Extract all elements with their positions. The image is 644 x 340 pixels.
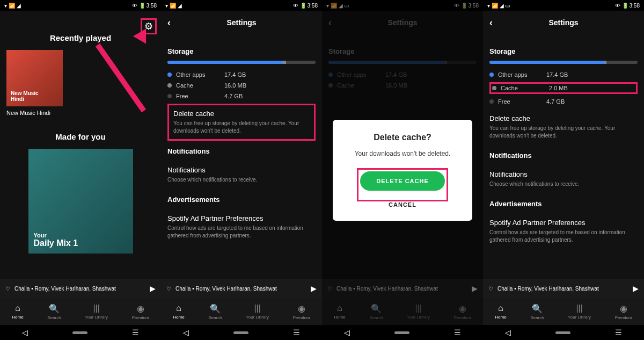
now-playing-bar[interactable]: ♡ Challa • Romy, Vivek Hariharan, Shashw… <box>0 279 161 298</box>
nav-premium[interactable]: ◉Premium <box>132 303 149 320</box>
ads-header: Advertisements <box>167 196 316 204</box>
clock: 3:58 <box>147 3 157 9</box>
ads-item[interactable]: Spotify Ad Partner Preferences Control h… <box>167 209 316 245</box>
settings-gear-icon[interactable]: ⚙ <box>141 18 157 34</box>
heart-icon[interactable]: ♡ <box>5 286 10 292</box>
recent-icon[interactable]: ☰ <box>132 328 139 337</box>
storage-row-free: Free4.7 GB <box>167 93 316 99</box>
play-icon[interactable]: ▶ <box>150 284 156 293</box>
phone-screen-1: ▾ 📶 ◢ 👁 🔋 3:58 ⚙ Recently played New Mus… <box>0 0 161 340</box>
settings-header: ‹ Settings <box>161 11 322 34</box>
daily-mix-card[interactable]: Your Daily Mix 1 <box>28 149 133 254</box>
nav-library[interactable]: |||Your Library <box>85 303 108 320</box>
back-icon[interactable]: ◁ <box>22 328 28 337</box>
album-title: New Music Hindi <box>6 110 63 116</box>
delete-cache-dialog: Delete cache? Your downloads won't be de… <box>333 120 472 221</box>
back-button[interactable]: ‹ <box>167 17 171 28</box>
ads-item[interactable]: Spotify Ad Partner Preferences Control h… <box>489 213 638 249</box>
delete-cache-item[interactable]: Delete cache You can free up storage by … <box>489 109 638 145</box>
cache-row-highlighted: Cache2.0 MB <box>489 82 638 94</box>
cancel-button[interactable]: CANCEL <box>341 201 464 208</box>
notifications-item[interactable]: Notifications Choose which notifications… <box>489 165 638 193</box>
delete-cache-confirm-button[interactable]: DELETE CACHE <box>360 171 445 191</box>
notifications-item[interactable]: Notifications Choose which notifications… <box>167 161 316 189</box>
page-title: Settings <box>226 18 256 27</box>
bottom-nav: ⌂Home 🔍Search |||Your Library ◉Premium <box>0 298 161 325</box>
system-nav: ◁☰ <box>0 325 161 340</box>
phone-screen-3: ▾ 📶 ◢ ▭👁 🔋 3:58 ‹Settings Storage Other … <box>322 0 483 340</box>
storage-row-cache: Cache16.0 MB <box>167 82 316 89</box>
notifications-header: Notifications <box>167 147 316 155</box>
storage-header: Storage <box>167 47 316 55</box>
back-button[interactable]: ‹ <box>489 17 493 28</box>
phone-screen-4: ▾ 📶 ◢ ▭👁 🔋 3:58 ‹Settings Storage Other … <box>483 0 644 340</box>
home-pill[interactable] <box>72 331 87 334</box>
nav-search[interactable]: 🔍Search <box>47 303 61 320</box>
album-card[interactable]: New Music Hindi New Music Hindi <box>6 50 63 116</box>
dialog-title: Delete cache? <box>341 133 464 142</box>
storage-row-other: Other apps17.4 GB <box>167 71 316 78</box>
status-bar: ▾ 📶 ◢ 👁 🔋 3:58 <box>0 0 161 11</box>
nav-home[interactable]: ⌂Home <box>12 303 23 320</box>
phone-screen-2: ▾ 📶 ◢👁 🔋 3:58 ‹ Settings Storage Other a… <box>161 0 322 340</box>
storage-bar <box>167 61 316 64</box>
recently-played-header: Recently played <box>6 33 155 42</box>
delete-cache-item[interactable]: Delete cache You can free up storage by … <box>167 104 316 141</box>
dialog-message: Your downloads won't be deleted. <box>341 150 464 157</box>
made-for-you-header: Made for you <box>6 132 155 141</box>
